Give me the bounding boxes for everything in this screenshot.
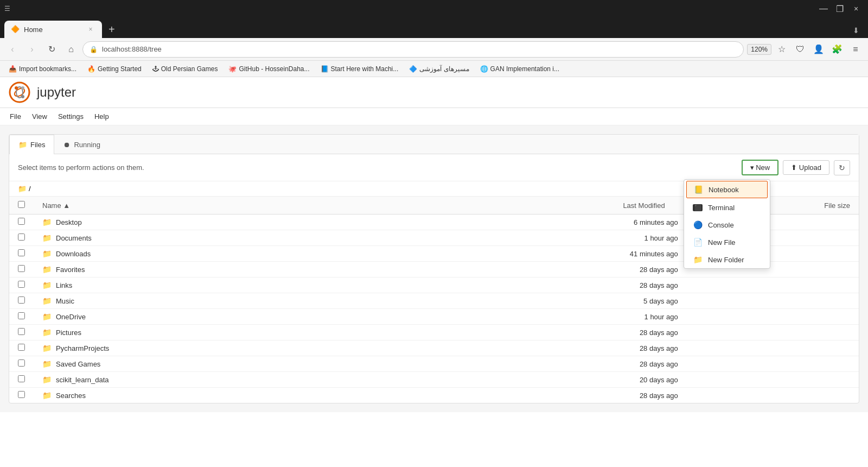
bookmark-start-here[interactable]: 📘 Start Here with Machi...	[316, 64, 403, 74]
menu-settings[interactable]: Settings	[57, 110, 85, 123]
file-name[interactable]: Favorites	[56, 266, 85, 274]
refresh-button[interactable]: ↻	[43, 41, 60, 58]
file-modified: 20 days ago	[399, 372, 687, 388]
folder-icon: 📁	[42, 312, 52, 321]
file-modified: 1 hour ago	[399, 230, 687, 246]
dropdown-new-folder[interactable]: 📁 New Folder	[684, 251, 770, 268]
bookmark-gan[interactable]: 🌐 GAN Implementation i...	[476, 64, 564, 74]
forward-button[interactable]: ›	[24, 41, 40, 58]
row-checkbox[interactable]	[18, 296, 25, 304]
browser-tab-home[interactable]: 🔶 Home ×	[4, 21, 102, 38]
running-tab-label: Running	[74, 141, 100, 149]
refresh-button-toolbar[interactable]: ↻	[834, 160, 850, 175]
zoom-level[interactable]: 120%	[747, 44, 771, 55]
extensions-button[interactable]: 🧩	[829, 41, 845, 58]
file-name[interactable]: Pictures	[56, 329, 81, 337]
file-name[interactable]: OneDrive	[56, 313, 86, 321]
bookmark-star-button[interactable]: ☆	[774, 41, 790, 58]
row-checkbox[interactable]	[18, 249, 25, 256]
row-checkbox[interactable]	[18, 328, 25, 335]
file-name[interactable]: Documents	[56, 234, 92, 242]
select-all-checkbox[interactable]	[18, 201, 25, 208]
console-icon: 🔵	[693, 220, 703, 229]
browser-menu-button[interactable]: ≡	[847, 41, 864, 58]
row-checkbox[interactable]	[18, 359, 25, 367]
files-tab-icon: 📁	[18, 141, 27, 149]
dropdown-new-file-label: New File	[708, 238, 736, 247]
nav-right-buttons: 120% ☆ 🛡 👤 🧩 ≡	[747, 41, 864, 58]
table-row[interactable]: 📁Saved Games28 days ago	[9, 356, 859, 372]
row-checkbox[interactable]	[18, 218, 25, 225]
file-name[interactable]: Desktop	[56, 218, 82, 226]
bookmark-getting-started[interactable]: 🔥 Getting Started	[83, 64, 146, 74]
new-folder-icon: 📁	[693, 255, 703, 264]
bookmarks-bar: 📥 Import bookmarks... 🔥 Getting Started …	[0, 61, 868, 77]
menu-view[interactable]: View	[31, 110, 48, 123]
dropdown-console[interactable]: 🔵 Console	[684, 216, 770, 234]
maximize-button[interactable]: ❐	[832, 1, 847, 16]
pocket-button[interactable]: 🛡	[792, 41, 808, 58]
file-name[interactable]: scikit_learn_data	[56, 376, 109, 384]
notebook-icon: 📒	[693, 185, 703, 194]
minimize-button[interactable]: —	[816, 1, 831, 16]
bookmark-import[interactable]: 📥 Import bookmarks...	[4, 64, 81, 74]
file-name[interactable]: Saved Games	[56, 360, 100, 368]
row-checkbox[interactable]	[18, 234, 25, 241]
sidebar-toggle-icon[interactable]: ☰	[4, 5, 10, 12]
row-checkbox[interactable]	[18, 391, 25, 398]
address-bar[interactable]: 🔒 localhost:8888/tree localhost:8888/tre…	[82, 41, 744, 58]
folder-icon: 📁	[42, 265, 52, 274]
bookmark-learning-paths[interactable]: 🔷 مسیرهای آموزشی	[405, 64, 473, 74]
dropdown-new-file[interactable]: 📄 New File	[684, 234, 770, 251]
window-controls: — ❐ ×	[816, 1, 864, 16]
table-row[interactable]: 📁OneDrive1 hour ago	[9, 309, 859, 325]
table-row[interactable]: 📁scikit_learn_data20 days ago	[9, 372, 859, 388]
bookmark-old-persian-icon: 🕹	[152, 65, 159, 73]
bookmark-import-icon: 📥	[9, 65, 17, 73]
table-row[interactable]: 📁PycharmProjects28 days ago	[9, 340, 859, 356]
dropdown-notebook[interactable]: 📒 Notebook	[686, 181, 768, 198]
bookmark-old-persian[interactable]: 🕹 Old Persian Games	[148, 64, 222, 74]
row-checkbox[interactable]	[18, 344, 25, 351]
sidebar-extensions-button[interactable]: ⬇	[848, 23, 864, 38]
table-row[interactable]: 📁Searches28 days ago	[9, 388, 859, 403]
menu-help[interactable]: Help	[93, 110, 110, 123]
account-button[interactable]: 👤	[810, 41, 827, 58]
select-all-header[interactable]	[9, 197, 34, 214]
tab-close-button[interactable]: ×	[86, 24, 95, 34]
bookmark-gan-icon: 🌐	[480, 65, 488, 73]
row-checkbox[interactable]	[18, 265, 25, 272]
svg-point-3	[15, 86, 18, 90]
table-row[interactable]: 📁Pictures28 days ago	[9, 325, 859, 340]
close-window-button[interactable]: ×	[848, 1, 864, 16]
file-modified: 41 minutes ago	[399, 246, 687, 262]
breadcrumb-path: /	[29, 185, 31, 193]
name-column-header[interactable]: Name ▲	[34, 197, 399, 214]
upload-button[interactable]: ⬆ Upload	[783, 160, 829, 175]
dropdown-new-folder-label: New Folder	[708, 256, 744, 264]
home-button[interactable]: ⌂	[63, 41, 79, 58]
back-button[interactable]: ‹	[4, 41, 21, 58]
table-row[interactable]: 📁Music5 days ago	[9, 293, 859, 309]
bookmark-github-label: GitHub - HosseinDaha...	[239, 65, 309, 73]
new-button[interactable]: ▾ New	[742, 160, 779, 175]
tab-files[interactable]: 📁 Files	[9, 135, 54, 154]
tab-running[interactable]: ⏺ Running	[54, 135, 109, 154]
file-toolbar: Select items to perform actions on them.…	[9, 154, 859, 181]
table-row[interactable]: 📁Links28 days ago	[9, 277, 859, 293]
row-checkbox[interactable]	[18, 312, 25, 319]
row-checkbox[interactable]	[18, 281, 25, 288]
new-tab-button[interactable]: +	[104, 21, 119, 38]
file-name[interactable]: PycharmProjects	[56, 344, 109, 352]
folder-icon: 📁	[42, 391, 52, 400]
file-name[interactable]: Music	[56, 297, 74, 305]
bookmark-learning-paths-icon: 🔷	[409, 65, 417, 73]
file-size	[687, 372, 859, 388]
bookmark-github[interactable]: 🐙 GitHub - HosseinDaha...	[224, 64, 314, 74]
file-name[interactable]: Searches	[56, 392, 86, 400]
file-name[interactable]: Links	[56, 281, 72, 289]
file-name[interactable]: Downloads	[56, 250, 91, 258]
row-checkbox[interactable]	[18, 375, 25, 382]
menu-file[interactable]: File	[9, 110, 22, 123]
dropdown-terminal[interactable]: ⬛ Terminal	[684, 199, 770, 216]
